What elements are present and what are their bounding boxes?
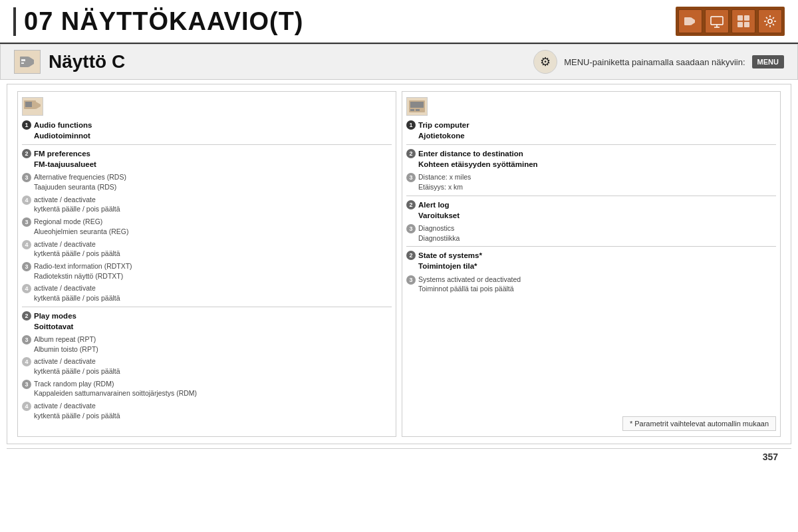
item-sub-fi: kytkentä päälle / pois päältä [34, 249, 120, 259]
level-badge-4: 4 [22, 196, 31, 205]
level-badge-4: 4 [22, 357, 31, 366]
list-item: 3 Regional mode (REG) Alueohjelmien seur… [22, 217, 392, 236]
level-badge-2: 2 [22, 311, 31, 321]
level-badge-2: 2 [22, 149, 31, 158]
display-icon [705, 9, 729, 33]
list-item: 3 Diagnostics Diagnostiikka [406, 223, 776, 243]
svg-point-9 [768, 19, 772, 23]
list-item: 3 Album repeat (RPT) Albumin toisto (RPT… [22, 334, 392, 354]
list-item: 2 Play modes Soittotavat [22, 311, 392, 332]
svg-rect-0 [684, 17, 691, 25]
svg-rect-6 [744, 15, 749, 21]
item-sub: activate / deactivate [34, 239, 120, 249]
item-sub-fi: Taajuuden seuranta (RDS) [34, 182, 126, 192]
svg-marker-1 [691, 17, 695, 25]
item-sub: Track random play (RDM) [34, 379, 197, 389]
list-item: 1 Audio functions Audiotoiminnot [22, 120, 392, 141]
item-fi: Ajotietokone [418, 130, 469, 141]
item-sub-fi: Kappaleiden sattumanvarainen soittojärje… [34, 388, 197, 398]
item-sub: activate / deactivate [34, 283, 120, 293]
item-sub-fi: kytkentä päälle / pois päältä [34, 411, 120, 421]
item-sub: Systems activated or deactivated [418, 275, 521, 285]
svg-marker-11 [29, 57, 34, 67]
page-header: 07 NÄYTTÖKAAVIO(T) [0, 0, 798, 44]
level-badge-3: 3 [22, 380, 31, 389]
svg-rect-15 [25, 102, 32, 107]
item-sub: Diagnostics [418, 223, 460, 233]
level-badge-4: 4 [22, 240, 31, 249]
list-item: 3 Track random play (RDM) Kappaleiden sa… [22, 379, 392, 398]
level-badge-2: 2 [406, 149, 416, 158]
level-badge-2: 2 [406, 251, 416, 260]
item-sub-fi: Albumin toisto (RPT) [34, 344, 98, 354]
list-item: 3 Alternative frequencies (RDS) Taajuude… [22, 172, 392, 192]
level-badge-4: 4 [22, 402, 31, 411]
svg-rect-13 [21, 63, 24, 64]
section-audio-icon [14, 50, 41, 74]
item-en: Enter distance to destination [418, 148, 538, 159]
svg-rect-12 [21, 59, 25, 61]
main-content: 1 Audio functions Audiotoiminnot 2 FM pr… [7, 84, 791, 444]
svg-rect-8 [744, 22, 749, 27]
list-item: 2 State of systems* Toimintojen tila* [406, 250, 776, 271]
item-sub: Distance: x miles [418, 172, 471, 182]
item-fi: Soittotavat [34, 321, 76, 332]
item-sub: Regional mode (REG) [34, 217, 128, 227]
item-sub-fi: kytkentä päälle / pois päältä [34, 293, 120, 303]
item-fi: Varoitukset [418, 210, 460, 221]
item-sub-fi: kytkentä päälle / pois päältä [34, 204, 120, 214]
item-en: Play modes [34, 311, 76, 321]
audio-icon [678, 9, 702, 33]
item-fi: Kohteen etäisyyden syöttäminen [418, 159, 538, 170]
list-item: 2 FM preferences FM-taajuusalueet [22, 148, 392, 170]
list-item: 2 Alert log Varoitukset [406, 200, 776, 221]
list-item: 4 activate / deactivate kytkentä päälle … [22, 356, 392, 376]
item-sub: activate / deactivate [34, 401, 120, 411]
level-badge-4: 4 [22, 284, 31, 293]
item-sub: Album repeat (RPT) [34, 334, 98, 344]
item-en: State of systems* [418, 250, 482, 261]
item-en: FM preferences [34, 148, 96, 159]
item-fi: Audiotoiminnot [34, 130, 92, 141]
item-sub-fi: Diagnostiikka [418, 233, 460, 243]
svg-rect-10 [20, 57, 29, 67]
list-item: 4 activate / deactivate kytkentä päälle … [22, 283, 392, 303]
item-en: Alert log [418, 200, 460, 210]
section-title: Näyttö C [49, 51, 125, 72]
item-sub: activate / deactivate [34, 195, 120, 205]
item-sub-fi: Alueohjelmien seuranta (REG) [34, 227, 128, 237]
left-panel-icon [22, 97, 43, 116]
item-en: Trip computer [418, 120, 469, 130]
level-badge-1: 1 [406, 120, 416, 130]
item-en: Audio functions [34, 120, 92, 130]
svg-rect-19 [410, 109, 414, 111]
level-badge-3: 3 [22, 173, 31, 182]
svg-marker-16 [36, 102, 41, 109]
level-badge-2: 2 [406, 200, 416, 209]
item-sub-fi: Radiotekstin näyttö (RDTXT) [34, 271, 132, 281]
list-item: 4 activate / deactivate kytkentä päälle … [22, 239, 392, 259]
list-item: 3 Systems activated or deactivated Toimi… [406, 275, 776, 294]
chapter-title: 07 NÄYTTÖKAAVIO(T) [13, 7, 304, 36]
svg-rect-5 [737, 15, 743, 21]
grid-icon [732, 9, 755, 33]
level-badge-3: 3 [406, 173, 416, 182]
list-item: 4 activate / deactivate kytkentä päälle … [22, 195, 392, 214]
item-sub-fi: Toiminnot päällä tai pois päältä [418, 284, 521, 294]
right-panel: 1 Trip computer Ajotietokone 2 Enter dis… [402, 91, 781, 437]
level-badge-3: 3 [22, 217, 31, 227]
item-fi: Toimintojen tila* [418, 261, 482, 271]
menu-button-icon: MENU [752, 55, 784, 68]
header-icon-group [676, 7, 785, 36]
item-sub: Radio-text information (RDTXT) [34, 261, 132, 271]
item-sub: activate / deactivate [34, 356, 120, 366]
svg-rect-18 [410, 102, 424, 108]
section-header: Näyttö C ⚙ MENU-painiketta painamalla sa… [0, 44, 798, 80]
list-item: 1 Trip computer Ajotietokone [406, 120, 776, 141]
level-badge-3: 3 [406, 275, 416, 285]
gear-icon: ⚙ [533, 50, 557, 74]
item-sub-fi: Etäisyys: x km [418, 182, 471, 192]
settings-icon [758, 9, 782, 33]
level-badge-3: 3 [406, 224, 416, 233]
left-panel: 1 Audio functions Audiotoiminnot 2 FM pr… [17, 91, 396, 437]
